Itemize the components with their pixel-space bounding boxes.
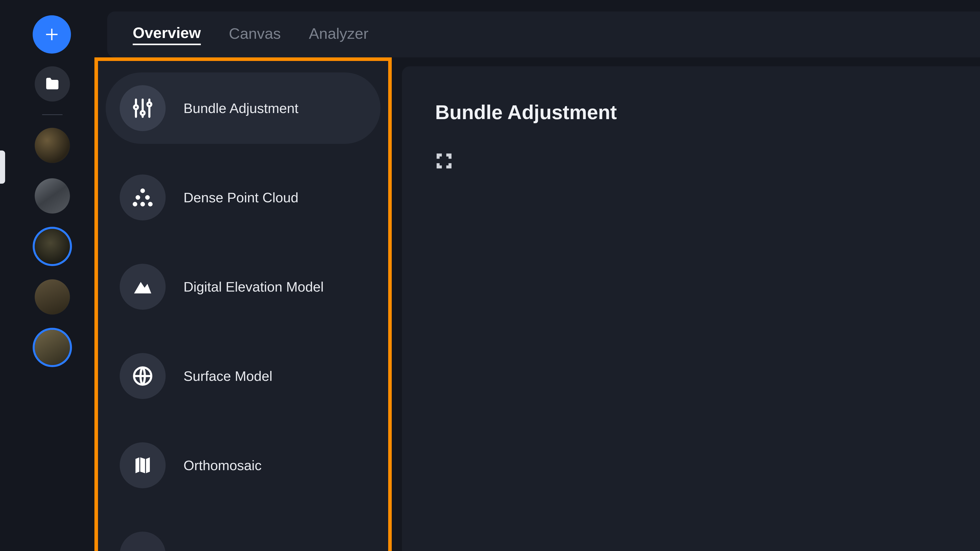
project-thumb-5[interactable] [35, 330, 70, 365]
step-orthomosaic[interactable]: Orthomosaic [106, 430, 380, 501]
fullscreen-button[interactable] [435, 152, 453, 170]
map-icon [120, 442, 165, 488]
tab-canvas[interactable]: Canvas [229, 25, 281, 44]
rail-divider [42, 114, 62, 115]
left-rail [29, 66, 75, 365]
step-label: Dense Point Cloud [183, 189, 298, 205]
project-thumb-2[interactable] [35, 178, 70, 213]
step-label: Bundle Adjustment [183, 100, 298, 116]
svg-point-0 [140, 189, 145, 193]
thumbnail-image [35, 229, 70, 264]
thumbnail-image [35, 330, 70, 365]
main-content: Bundle Adjustment [402, 66, 980, 551]
step-bundle-adjustment[interactable]: Bundle Adjustment [106, 73, 380, 144]
left-edge-handle[interactable] [0, 151, 5, 184]
project-thumb-3[interactable] [35, 229, 70, 264]
step-label: Digital Elevation Model [183, 279, 324, 295]
thumbnail-image [35, 128, 70, 163]
step-digital-elevation-model[interactable]: Digital Elevation Model [106, 251, 380, 322]
thumbnail-image [35, 178, 70, 213]
placeholder-icon [120, 532, 165, 551]
step-label: Surface Model [183, 368, 272, 384]
project-thumb-4[interactable] [35, 279, 70, 314]
dots-icon [120, 175, 165, 221]
step-dense-point-cloud[interactable]: Dense Point Cloud [106, 162, 380, 233]
processing-steps-panel: Bundle Adjustment Dense Point Cloud Digi… [94, 57, 392, 551]
page-title: Bundle Adjustment [435, 101, 980, 124]
tab-analyzer[interactable]: Analyzer [309, 25, 368, 44]
folder-icon [44, 76, 60, 92]
mountain-icon [120, 264, 165, 310]
tab-bar: Overview Canvas Analyzer [107, 11, 980, 57]
svg-point-4 [140, 202, 145, 206]
sliders-icon [120, 85, 165, 131]
thumbnail-image [35, 279, 70, 314]
svg-point-3 [133, 202, 137, 206]
plus-icon [44, 27, 59, 42]
globe-icon [120, 353, 165, 399]
fullscreen-icon [435, 152, 453, 170]
step-next-placeholder[interactable] [106, 519, 380, 551]
add-button[interactable] [33, 15, 71, 54]
step-surface-model[interactable]: Surface Model [106, 340, 380, 412]
project-thumb-1[interactable] [35, 128, 70, 163]
svg-point-2 [145, 195, 150, 200]
rail-folder[interactable] [35, 66, 70, 102]
svg-point-5 [148, 202, 153, 206]
tab-overview[interactable]: Overview [133, 24, 201, 45]
svg-point-1 [135, 195, 140, 200]
step-label: Orthomosaic [183, 457, 262, 473]
